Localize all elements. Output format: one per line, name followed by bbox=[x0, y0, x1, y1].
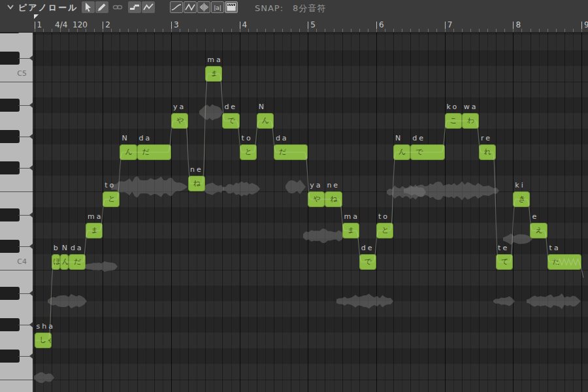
link-icon bbox=[112, 2, 123, 12]
bar-number: 8 bbox=[515, 20, 521, 29]
ruler-tick bbox=[299, 29, 300, 32]
pointer-icon bbox=[83, 2, 93, 12]
curve-icon bbox=[171, 2, 182, 12]
ruler-tick bbox=[308, 29, 308, 32]
snap-label: SNAP: bbox=[255, 3, 284, 13]
ruler-tick bbox=[171, 29, 172, 32]
piano-key-black[interactable] bbox=[0, 350, 20, 363]
ruler-tick bbox=[445, 29, 446, 32]
link-tool[interactable] bbox=[111, 1, 124, 13]
ruler-tick bbox=[521, 29, 522, 32]
ruler-tick bbox=[539, 29, 540, 32]
ruler-tick bbox=[60, 29, 61, 32]
ruler-tick bbox=[146, 29, 146, 32]
ruler-tick bbox=[410, 29, 411, 32]
ruler-tick bbox=[120, 29, 120, 32]
snap-setting[interactable]: SNAP:8分音符 bbox=[255, 3, 326, 14]
phoneme-toggle[interactable]: |a| bbox=[211, 1, 224, 13]
piano-key-black[interactable] bbox=[0, 208, 20, 221]
ruler-tick bbox=[487, 29, 488, 32]
ruler-tick bbox=[77, 29, 78, 32]
playhead-caret[interactable] bbox=[34, 14, 39, 19]
ruler-tick bbox=[436, 29, 437, 32]
ruler-tick bbox=[69, 29, 69, 32]
ruler-tick bbox=[376, 29, 377, 32]
ruler-tick bbox=[52, 29, 52, 32]
key-separator bbox=[0, 191, 33, 192]
ruler-tick bbox=[197, 29, 197, 32]
ruler-tick bbox=[240, 29, 240, 32]
ruler-tick bbox=[274, 29, 274, 32]
piano-key-black[interactable] bbox=[0, 287, 20, 300]
alabel-icon: |a| bbox=[212, 2, 223, 12]
pencil-icon bbox=[97, 2, 107, 12]
collapse-chevron-icon[interactable] bbox=[6, 3, 15, 11]
ruler-tick bbox=[291, 29, 291, 32]
ruler-tick bbox=[351, 29, 351, 32]
ruler-tick bbox=[231, 29, 232, 32]
note-blocks-tool[interactable] bbox=[128, 1, 141, 13]
snap-value: 8分音符 bbox=[293, 3, 326, 13]
ruler-tick bbox=[316, 29, 317, 32]
pointer-tool[interactable] bbox=[82, 1, 95, 13]
piano-key-black[interactable] bbox=[0, 33, 20, 33]
ruler-tick bbox=[334, 29, 335, 32]
ruler-tick bbox=[222, 29, 223, 32]
ruler-tick bbox=[564, 29, 565, 32]
ruler-tick bbox=[282, 29, 283, 32]
piano-key-black[interactable] bbox=[0, 130, 20, 143]
polyline-tool[interactable] bbox=[142, 1, 155, 13]
time-signature[interactable]: 4/4 bbox=[55, 20, 67, 29]
ruler-tick bbox=[547, 29, 548, 32]
wavebars-icon bbox=[199, 2, 209, 12]
sine-icon bbox=[185, 2, 195, 12]
ruler-tick bbox=[154, 29, 155, 32]
tempo[interactable]: 120 bbox=[73, 20, 88, 29]
ruler-tick bbox=[479, 29, 480, 32]
ruler-tick bbox=[428, 29, 429, 32]
ruler-tick bbox=[504, 29, 505, 32]
render-toggle[interactable] bbox=[225, 1, 238, 13]
pencil-tool[interactable] bbox=[95, 1, 108, 13]
blocks-icon bbox=[129, 2, 140, 12]
ruler-tick bbox=[103, 29, 103, 32]
bar-number: 9 bbox=[584, 20, 588, 29]
piano-roll-toolbar: ピアノロール |a| SNAP:8分音符 bbox=[0, 0, 588, 14]
piano-key-black[interactable] bbox=[0, 99, 20, 112]
bar-number: 2 bbox=[105, 20, 110, 29]
ruler-tick bbox=[419, 29, 419, 32]
ruler-tick bbox=[462, 29, 463, 32]
ruler-tick bbox=[94, 29, 95, 32]
ruler-tick bbox=[137, 29, 138, 32]
piano-key-black[interactable] bbox=[0, 240, 20, 253]
bar-number: 6 bbox=[379, 20, 384, 29]
piano-key-black[interactable] bbox=[0, 161, 20, 174]
ruler-tick bbox=[385, 29, 385, 32]
ruler-tick bbox=[573, 29, 574, 32]
ruler-tick bbox=[581, 29, 582, 32]
bar-number: 4 bbox=[242, 20, 248, 29]
ruler-tick bbox=[470, 29, 471, 32]
ruler-tick bbox=[342, 29, 343, 32]
note-grid[interactable]: しゃshaぼbんNだdaまmaとtoんNだdaやyaねneまmaでdeとtoんN… bbox=[33, 33, 588, 392]
octave-label: C5 bbox=[17, 69, 27, 78]
ruler-tick bbox=[180, 29, 180, 32]
ruler-tick bbox=[205, 29, 206, 32]
ruler-tick bbox=[188, 29, 189, 32]
ruler-tick bbox=[128, 29, 129, 32]
line-tool[interactable] bbox=[184, 1, 197, 13]
waveform-toggle[interactable] bbox=[197, 1, 210, 13]
ruler-tick bbox=[531, 29, 531, 32]
ruler-tick bbox=[214, 29, 214, 32]
piano-key-black[interactable] bbox=[0, 318, 20, 331]
ruler-tick bbox=[265, 29, 266, 32]
pitch-curve bbox=[33, 33, 588, 392]
timeline-ruler[interactable]: 1234567894/4120 bbox=[0, 14, 588, 33]
ruler-tick bbox=[163, 29, 163, 32]
bar-number: 5 bbox=[310, 20, 316, 29]
ruler-tick bbox=[402, 29, 402, 32]
piano-key-black[interactable] bbox=[0, 52, 20, 65]
ruler-tick bbox=[496, 29, 497, 32]
bar-number: 7 bbox=[448, 20, 453, 29]
curve-tool[interactable] bbox=[170, 1, 183, 13]
